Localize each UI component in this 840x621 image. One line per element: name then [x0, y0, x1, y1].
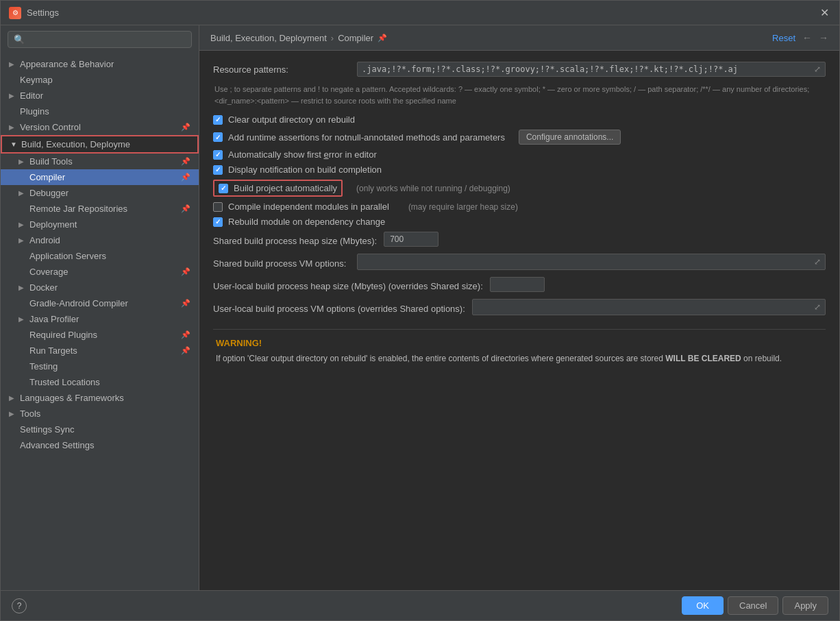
- window-title: Settings: [27, 8, 817, 18]
- sidebar-item-editor[interactable]: ▶ Editor: [1, 88, 199, 103]
- sidebar-item-plugins[interactable]: Plugins: [1, 103, 199, 119]
- configure-annotations-button[interactable]: Configure annotations...: [519, 130, 621, 145]
- sidebar-item-android[interactable]: ▶ Android: [1, 232, 199, 248]
- resource-patterns-label: Resource patterns:: [213, 62, 350, 75]
- expand-icon[interactable]: ⤢: [814, 64, 821, 74]
- sidebar-item-testing[interactable]: Testing: [1, 358, 199, 374]
- search-box[interactable]: 🔍: [8, 31, 192, 48]
- checkbox-build-auto-container: ✓ Build project automatically: [213, 180, 343, 197]
- nav-forward-button[interactable]: →: [819, 32, 828, 43]
- checkbox-compile-parallel-input[interactable]: [213, 202, 223, 212]
- checkbox-add-runtime-input[interactable]: ✓: [213, 132, 223, 142]
- bottom-bar: ? OK Cancel Apply: [1, 590, 839, 620]
- warning-title: WARNING!: [216, 338, 823, 348]
- content-area: 🔍 ▶ Appearance & Behavior Keymap ▶ Edito…: [1, 25, 839, 590]
- sidebar-item-debugger[interactable]: ▶ Debugger: [1, 185, 199, 201]
- sidebar-item-tools[interactable]: ▶ Tools: [1, 406, 199, 422]
- sidebar-item-version-control[interactable]: ▶ Version Control 📌: [1, 119, 199, 135]
- sidebar-item-settings-sync[interactable]: Settings Sync: [1, 422, 199, 437]
- sidebar-item-build-exec[interactable]: ▼ Build, Execution, Deployme: [1, 135, 199, 154]
- breadcrumb-pin-icon: 📌: [378, 34, 387, 42]
- checkbox-rebuild-module-input[interactable]: ✓: [213, 217, 223, 227]
- arrow-icon: ▶: [18, 284, 28, 291]
- sidebar-item-gradle-android[interactable]: Gradle-Android Compiler 📌: [1, 295, 199, 311]
- resource-patterns-field[interactable]: .java;!?*.form;!?*.class;!?*.groovy;!?*.…: [357, 62, 826, 77]
- sidebar-item-advanced-settings[interactable]: Advanced Settings: [1, 437, 199, 453]
- title-bar: ⚙ Settings ✕: [1, 1, 839, 25]
- search-icon: 🔍: [14, 34, 25, 45]
- breadcrumb-separator: ›: [331, 33, 334, 43]
- expand-icon[interactable]: ⤢: [810, 300, 825, 315]
- sidebar-item-app-servers[interactable]: Application Servers: [1, 248, 199, 264]
- checkbox-rebuild-module: ✓ Rebuild module on dependency change: [213, 217, 826, 227]
- checkbox-clear-output-label: Clear output directory on rebuild: [228, 114, 355, 125]
- local-heap-row: User-local build process heap size (Mbyt…: [213, 277, 826, 292]
- sidebar-item-coverage[interactable]: Coverage 📌: [1, 264, 199, 280]
- close-button[interactable]: ✕: [817, 6, 831, 20]
- local-vm-label: User-local build process VM options (ove…: [213, 301, 465, 314]
- hint-text: Use ; to separate patterns and ! to nega…: [213, 84, 826, 106]
- warning-box: WARNING! If option 'Clear output directo…: [213, 329, 826, 374]
- pin-icon: 📌: [181, 157, 190, 166]
- checkbox-compile-parallel: Compile independent modules in parallel …: [213, 202, 826, 212]
- checkbox-build-auto-input[interactable]: ✓: [219, 184, 228, 193]
- local-vm-field[interactable]: ⤢: [472, 299, 826, 315]
- heap-size-input[interactable]: [384, 232, 438, 247]
- arrow-icon: ▶: [9, 410, 18, 417]
- main-header: Build, Execution, Deployment › Compiler …: [199, 25, 839, 51]
- sidebar: 🔍 ▶ Appearance & Behavior Keymap ▶ Edito…: [1, 25, 199, 590]
- breadcrumb: Build, Execution, Deployment › Compiler …: [210, 33, 767, 43]
- sidebar-item-deployment[interactable]: ▶ Deployment: [1, 217, 199, 232]
- sidebar-item-label: Gradle-Android Compiler: [29, 298, 128, 308]
- arrow-icon: ▶: [18, 189, 28, 197]
- vm-options-field[interactable]: ⤢: [357, 254, 826, 270]
- sidebar-item-trusted-locations[interactable]: Trusted Locations: [1, 374, 199, 390]
- checkbox-add-runtime: ✓ Add runtime assertions for notnull-ann…: [213, 130, 826, 145]
- cancel-button[interactable]: Cancel: [728, 596, 778, 615]
- local-heap-label: User-local build process heap size (Mbyt…: [213, 278, 483, 291]
- vm-options-input[interactable]: [358, 254, 810, 269]
- vm-options-row: Shared build process VM options: ⤢: [213, 254, 826, 270]
- reset-button[interactable]: Reset: [772, 33, 795, 43]
- local-heap-input[interactable]: [490, 277, 545, 292]
- sidebar-item-label: Application Servers: [29, 251, 106, 261]
- sidebar-item-compiler[interactable]: Compiler 📌: [1, 169, 199, 185]
- vm-options-label: Shared build process VM options:: [213, 256, 350, 269]
- sidebar-item-label: Deployment: [29, 219, 77, 230]
- pin-icon: 📌: [181, 173, 190, 182]
- checkmark-icon: ✓: [215, 134, 221, 141]
- checkbox-clear-output-input[interactable]: ✓: [213, 115, 223, 125]
- checkbox-auto-show-error-input[interactable]: ✓: [213, 150, 223, 160]
- checkmark-icon: ✓: [221, 184, 226, 192]
- resource-patterns-value: .java;!?*.form;!?*.class;!?*.groovy;!?*.…: [362, 64, 814, 74]
- expand-icon[interactable]: ⤢: [810, 254, 825, 269]
- sidebar-item-label: Tools: [20, 409, 40, 419]
- sidebar-item-required-plugins[interactable]: Required Plugins 📌: [1, 327, 199, 343]
- sidebar-item-label: Required Plugins: [29, 330, 97, 340]
- arrow-icon: ▶: [9, 123, 18, 131]
- compile-parallel-note: (may require larger heap size): [408, 202, 518, 212]
- search-input[interactable]: [29, 35, 186, 45]
- sidebar-item-java-profiler[interactable]: ▶ Java Profiler: [1, 311, 199, 327]
- sidebar-item-run-targets[interactable]: Run Targets 📌: [1, 343, 199, 358]
- sidebar-item-remote-jar[interactable]: Remote Jar Repositories 📌: [1, 201, 199, 217]
- checkbox-build-auto-row: ✓ Build project automatically (only work…: [213, 180, 826, 197]
- nav-back-button[interactable]: ←: [802, 32, 812, 43]
- sidebar-item-label: Advanced Settings: [20, 440, 94, 450]
- local-vm-input[interactable]: [473, 300, 810, 315]
- action-buttons: OK Cancel Apply: [682, 596, 828, 615]
- apply-button[interactable]: Apply: [782, 596, 828, 615]
- sidebar-item-build-tools[interactable]: ▶ Build Tools 📌: [1, 154, 199, 169]
- sidebar-item-keymap[interactable]: Keymap: [1, 72, 199, 88]
- sidebar-item-appearance[interactable]: ▶ Appearance & Behavior: [1, 56, 199, 72]
- checkbox-display-notification-input[interactable]: ✓: [213, 165, 223, 175]
- checkbox-rebuild-module-label: Rebuild module on dependency change: [228, 217, 385, 227]
- checkbox-add-runtime-label: Add runtime assertions for notnull-annot…: [228, 132, 505, 143]
- ok-button[interactable]: OK: [682, 596, 724, 615]
- sidebar-item-docker[interactable]: ▶ Docker: [1, 280, 199, 295]
- sidebar-item-label: Version Control: [20, 122, 81, 132]
- help-button[interactable]: ?: [12, 598, 27, 613]
- sidebar-item-label: Plugins: [20, 106, 49, 117]
- sidebar-item-languages-frameworks[interactable]: ▶ Languages & Frameworks: [1, 390, 199, 406]
- sidebar-item-label: Testing: [29, 361, 58, 372]
